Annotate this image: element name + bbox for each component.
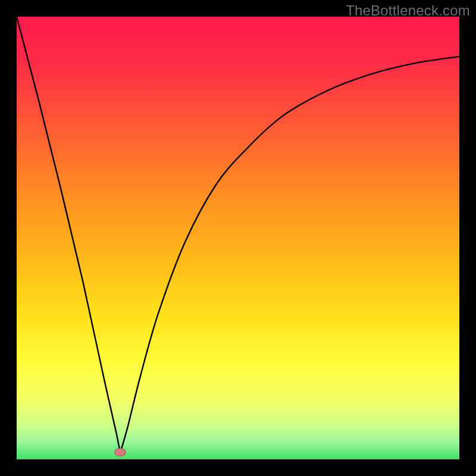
curve-layer <box>17 17 459 459</box>
chart-frame: TheBottleneck.com <box>0 0 476 476</box>
plot-area <box>17 17 459 459</box>
bottleneck-curve <box>17 17 459 453</box>
attribution-text: TheBottleneck.com <box>346 2 470 19</box>
minimum-marker <box>114 448 126 456</box>
